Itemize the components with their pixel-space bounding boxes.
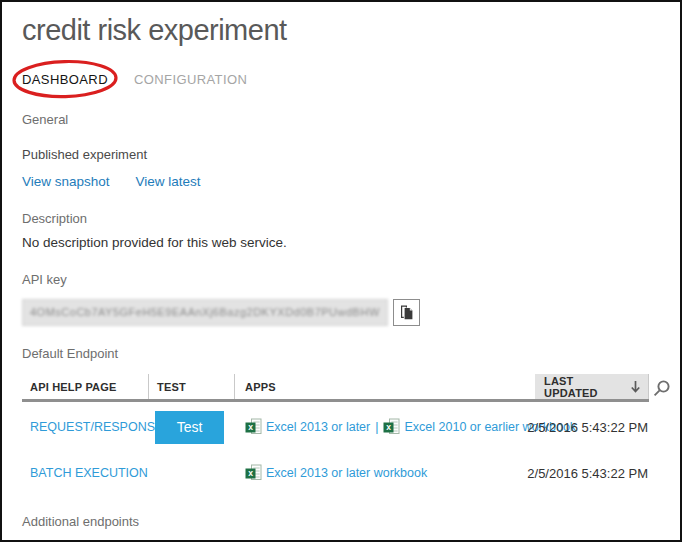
api-key-row: 4OMsCoCb7AY5GFeH5E9EAAnXj6Bazg2DKYXDd0B7…: [22, 299, 670, 326]
batch-execution-link[interactable]: BATCH EXECUTION: [30, 466, 148, 480]
tab-bar: DASHBOARD CONFIGURATION: [22, 69, 670, 89]
copy-api-key-button[interactable]: [393, 299, 420, 326]
column-header-apps[interactable]: APPS: [235, 374, 535, 399]
view-snapshot-link[interactable]: View snapshot: [22, 174, 110, 189]
excel-icon: x: [383, 418, 400, 436]
request-response-link[interactable]: REQUEST/RESPONSE: [30, 420, 163, 434]
table-row-batch-execution: BATCH EXECUTION x Ex: [22, 454, 674, 492]
general-section-label: General: [22, 112, 670, 127]
tab-configuration[interactable]: CONFIGURATION: [134, 72, 247, 87]
column-header-test[interactable]: TEST: [149, 374, 235, 399]
endpoints-table-header: API HELP PAGE TEST APPS LAST UPDATED: [22, 374, 674, 402]
column-header-api-help-page[interactable]: API HELP PAGE: [22, 374, 149, 399]
web-service-dashboard-page: credit risk experiment DASHBOARD CONFIGU…: [0, 0, 682, 542]
published-experiment-links: View snapshot View latest: [22, 174, 670, 189]
copy-icon: [399, 304, 414, 321]
app-link-excel-2013: x Excel 2013 or later: [245, 418, 370, 436]
description-text: No description provided for this web ser…: [22, 235, 670, 250]
view-latest-link[interactable]: View latest: [136, 174, 201, 189]
svg-text:x: x: [248, 468, 253, 478]
excel-icon: x: [245, 418, 262, 436]
api-key-field[interactable]: 4OMsCoCb7AY5GFeH5E9EAAnXj6Bazg2DKYXDd0B7…: [22, 299, 388, 326]
excel-2013-workbook-link[interactable]: Excel 2013 or later workbook: [266, 466, 427, 480]
svg-text:x: x: [387, 422, 392, 432]
api-key-label: API key: [22, 272, 670, 287]
table-row-request-response: REQUEST/RESPONSE Test x: [22, 402, 674, 452]
excel-icon: x: [245, 464, 262, 482]
tab-dashboard[interactable]: DASHBOARD: [22, 72, 108, 87]
last-updated-value: 2/5/2016 5:43:22 PM: [535, 466, 649, 481]
apps-separator: |: [375, 420, 378, 434]
published-experiment-label: Published experiment: [22, 147, 670, 162]
svg-text:x: x: [248, 422, 253, 432]
search-icon: [652, 379, 671, 398]
column-header-last-updated[interactable]: LAST UPDATED: [535, 374, 649, 399]
description-section-label: Description: [22, 211, 670, 226]
search-button[interactable]: [649, 374, 674, 402]
sort-descending-icon[interactable]: [629, 380, 642, 394]
additional-endpoints-section-label: Additional endpoints: [22, 514, 670, 529]
excel-2013-link[interactable]: Excel 2013 or later: [266, 420, 370, 434]
endpoints-table: API HELP PAGE TEST APPS LAST UPDATED: [22, 374, 674, 492]
test-button[interactable]: Test: [155, 411, 224, 444]
last-updated-value: 2/5/2016 5:43:22 PM: [535, 420, 649, 435]
default-endpoint-section-label: Default Endpoint: [22, 346, 670, 361]
page-title: credit risk experiment: [22, 14, 670, 47]
app-link-excel-2013-workbook: x Excel 2013 or later workbook: [245, 464, 427, 482]
